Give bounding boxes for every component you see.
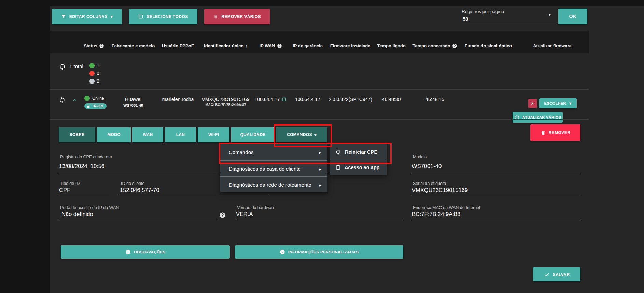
menu-item-diagnosticos-casa[interactable]: Diagnósticos da casa do cliente — [220, 160, 327, 176]
online-dot — [89, 63, 95, 68]
table-header-row: Status Fabricante e modelo Usuário PPPoE… — [50, 31, 589, 53]
header-manufacturer-label: Fabricante e modelo — [112, 43, 155, 48]
field-model: Modelo WS7001-40 — [411, 155, 580, 172]
header-firmware-label: Firmware instalado — [330, 43, 370, 48]
edit-columns-label: EDITAR COLUNAS — [69, 14, 108, 19]
remove-device-label: REMOVER — [549, 130, 570, 135]
field-id-type-label: Tipo de ID — [59, 181, 109, 186]
field-model-value[interactable]: WS7001-40 — [411, 163, 580, 172]
collapse-row-chevron-up-icon[interactable] — [71, 97, 78, 104]
field-id-type-value[interactable]: CPF — [59, 187, 109, 196]
field-hw-version-value[interactable]: VER.A — [236, 211, 403, 220]
device-row[interactable]: Online TR-069 Huawei WS7001-40 marielen.… — [50, 89, 589, 119]
tab-wan[interactable]: WAN — [132, 127, 163, 142]
tab-wan-label: WAN — [143, 132, 153, 137]
field-serial: Serial da etiqueta VMXQU23C19015169 — [411, 181, 580, 196]
header-optical-signal[interactable]: Estado do sinal óptico — [461, 43, 516, 53]
field-id-type: Tipo de ID CPF — [59, 181, 109, 196]
menu-item-diagnosticos-rede[interactable]: Diagnósticos da rede de roteamento — [220, 176, 327, 192]
submenu-item-acesso-app[interactable]: Acesso ao app — [330, 160, 387, 175]
records-caret-down-icon[interactable]: ▾ — [549, 12, 551, 17]
tab-sobre[interactable]: SOBRE — [59, 127, 95, 142]
header-update-firmware-label: Atualizar firmware — [533, 43, 572, 48]
external-link-icon[interactable] — [282, 97, 286, 102]
remove-multiple-label: REMOVER VÁRIOS — [221, 14, 261, 19]
remove-device-button[interactable]: REMOVER — [530, 124, 580, 141]
caret-down-icon — [569, 101, 571, 105]
offline-count: 0 — [97, 71, 99, 76]
header-ip-wan[interactable]: IP WAN — [253, 43, 289, 53]
tab-wifi-label: WI-FI — [208, 132, 219, 137]
header-manufacturer[interactable]: Fabricante e modelo — [109, 43, 157, 53]
field-mac-wan-value[interactable]: BC:7F:7B:24:9A:88 — [411, 211, 580, 220]
trash-icon — [541, 130, 546, 135]
header-status[interactable]: Status — [79, 43, 109, 53]
comandos-dropdown-menu: Comandos Diagnósticos da casa do cliente… — [220, 144, 327, 192]
records-per-page-select[interactable]: 50 — [463, 16, 468, 22]
caret-down-icon — [111, 14, 113, 19]
online-count: 1 — [97, 63, 99, 68]
header-ip-wan-label: IP WAN — [260, 43, 275, 48]
header-update-firmware[interactable]: Atualizar firmware — [516, 43, 589, 53]
header-ip-management-label: IP de gerência — [293, 43, 323, 48]
help-icon[interactable] — [277, 43, 282, 48]
observations-button[interactable]: OBSERVAÇÕES — [61, 245, 230, 259]
checkbox-outline-icon — [138, 14, 143, 19]
field-model-label: Modelo — [411, 155, 580, 159]
ok-button[interactable]: OK — [558, 9, 587, 24]
lock-open-icon — [87, 105, 90, 108]
remove-multiple-button[interactable]: REMOVER VÁRIOS — [204, 9, 270, 24]
row-divider — [50, 119, 589, 120]
refresh-device-icon[interactable] — [59, 97, 66, 104]
header-pppoe[interactable]: Usuário PPPoE — [157, 43, 199, 53]
tab-wifi[interactable]: WI-FI — [198, 127, 229, 142]
refresh-list-icon[interactable] — [59, 63, 66, 71]
header-ip-management[interactable]: IP de gerência — [289, 43, 327, 53]
tab-sobre-label: SOBRE — [69, 132, 84, 137]
field-serial-label: Serial da etiqueta — [411, 181, 580, 186]
save-button[interactable]: SALVAR — [533, 267, 580, 281]
device-unique-id: VMXQU23C19015169 — [202, 97, 249, 102]
field-serial-value[interactable]: VMXQU23C19015169 — [411, 187, 580, 196]
header-uptime-label: Tempo ligado — [377, 43, 406, 48]
select-all-button[interactable]: SELECIONE TODOS — [129, 9, 197, 24]
content-area: EDITAR COLUNAS SELECIONE TODOS REMOVER V… — [50, 6, 644, 293]
help-icon[interactable] — [99, 43, 104, 48]
help-icon[interactable] — [452, 43, 457, 48]
unknown-dot — [89, 79, 95, 84]
total-count: 1 total — [69, 63, 83, 69]
edit-columns-button[interactable]: EDITAR COLUNAS — [52, 9, 122, 24]
custom-info-label: INFORMAÇÕES PERSONALIZADAS — [288, 250, 359, 254]
help-icon[interactable] — [219, 212, 226, 218]
summary-row: 1 total 1 0 0 ATUALIZAR VÁRIOS — [50, 53, 589, 89]
field-wan-port-value[interactable]: Não definido — [59, 211, 218, 220]
header-unique-id[interactable]: Identificador único — [199, 43, 253, 53]
refresh-icon — [335, 149, 341, 155]
protocol-badge: TR-069 — [84, 103, 107, 109]
field-hw-version: Versão do hardware VER.A — [236, 205, 403, 220]
tab-qualidade[interactable]: QUALIDADE — [231, 127, 275, 142]
field-wan-port: Porta de acesso do IP da WAN Não definid… — [59, 205, 218, 220]
tab-modo[interactable]: MODO — [97, 127, 131, 142]
header-uptime[interactable]: Tempo ligado — [374, 43, 409, 53]
device-firmware: 2.0.0.322(SP1C947) — [328, 97, 372, 102]
tab-modo-label: MODO — [107, 132, 121, 137]
choose-firmware-button[interactable]: ESCOLHER — [539, 98, 577, 108]
custom-info-button[interactable]: INFORMAÇÕES PERSONALIZADAS — [235, 245, 403, 259]
tab-comandos[interactable]: COMANDOS — [276, 127, 327, 142]
submenu-item-reiniciar-cpe[interactable]: Reiniciar CPE — [330, 144, 387, 160]
submenu-item-acesso-app-label: Acesso ao app — [345, 165, 379, 170]
deselect-device-button[interactable]: × — [528, 99, 537, 108]
header-unique-id-label: Identificador único — [204, 43, 243, 48]
tab-lan[interactable]: LAN — [165, 127, 196, 142]
device-status-dot — [84, 96, 90, 101]
tab-comandos-label: COMANDOS — [287, 132, 312, 137]
header-firmware[interactable]: Firmware instalado — [327, 43, 374, 53]
field-wan-port-label: Porta de acesso do IP da WAN — [59, 205, 218, 210]
menu-item-comandos[interactable]: Comandos — [220, 144, 327, 160]
header-connected-time[interactable]: Tempo conectado — [409, 43, 461, 53]
observations-label: OBSERVAÇÕES — [134, 250, 166, 254]
info-circle-icon — [280, 249, 285, 255]
header-optical-signal-label: Estado do sinal óptico — [465, 43, 512, 48]
detail-tabs: SOBRE MODO WAN LAN WI-FI QUALIDADE COMAN… — [59, 127, 327, 142]
